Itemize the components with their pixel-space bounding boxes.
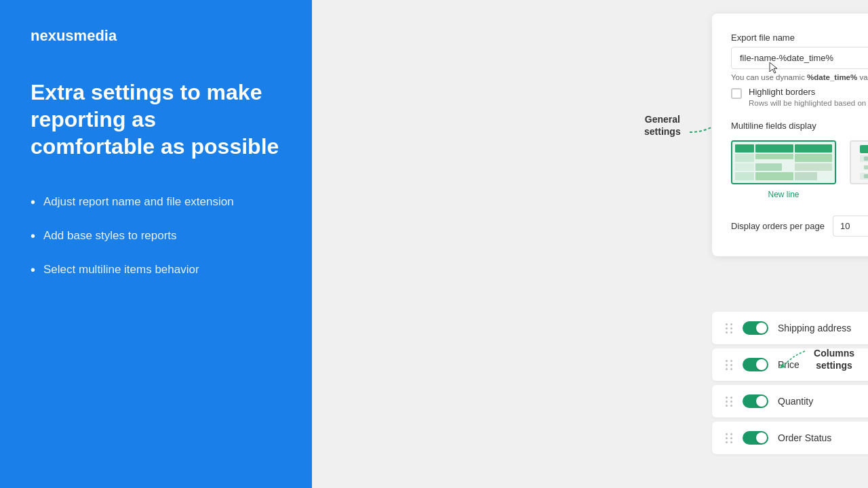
drag-handle-price[interactable]	[726, 360, 733, 370]
columns-settings-arrow	[774, 346, 808, 373]
general-settings-label: Generalsettings	[644, 113, 681, 138]
display-options: New line	[731, 140, 868, 199]
right-area: Generalsettings Export file name Insert …	[312, 0, 868, 488]
left-panel: nexusmedia Extra settings to make report…	[0, 0, 312, 488]
toggle-knob-quantity	[756, 396, 767, 407]
single-cell-svg	[859, 144, 869, 181]
drag-handle-quantity[interactable]	[726, 396, 733, 407]
svg-marker-10	[780, 363, 785, 369]
column-item-shipping: Shipping address ▾	[712, 312, 868, 344]
toggle-knob-shipping	[756, 323, 767, 333]
export-section-row: Export file name Insert %date_time% You …	[731, 33, 868, 81]
per-page-label: Display orders per page	[731, 221, 825, 231]
logo-normal: nexus	[31, 27, 74, 44]
highlight-borders-checkbox[interactable]	[731, 88, 742, 99]
multiline-title: Multiline fields display	[731, 121, 868, 131]
toggle-order-status[interactable]	[743, 431, 768, 445]
drag-handle-shipping[interactable]	[726, 323, 733, 333]
single-cell-preview	[850, 140, 868, 184]
svg-rect-6	[864, 165, 869, 169]
toggle-price[interactable]	[743, 358, 768, 371]
per-page-section: Display orders per page ▲ ▼	[731, 214, 868, 237]
per-page-stepper: ▲ ▼	[833, 214, 868, 237]
logo-bold: media	[74, 27, 117, 44]
new-line-label: New line	[768, 190, 799, 199]
highlight-borders-content: Highlight borders Rows will be highlight…	[749, 87, 868, 107]
export-name-hint: You can use dynamic %date_time% variable…	[731, 73, 868, 81]
export-name-input[interactable]	[731, 47, 868, 69]
toggle-knob-price	[756, 359, 767, 370]
toggle-quantity[interactable]	[743, 394, 768, 408]
display-option-new-line[interactable]: New line	[731, 140, 836, 199]
bullet-item-2: Add base styles to reports	[31, 228, 281, 245]
column-item-quantity: Quantity ▾	[712, 385, 868, 418]
logo: nexusmedia	[31, 27, 281, 45]
display-option-single-cell[interactable]: Single cell	[850, 140, 868, 199]
bullet-list: Adjust report name and file extension Ad…	[31, 194, 281, 279]
column-item-order-status: Order Status ▾	[712, 422, 868, 454]
settings-card: Export file name Insert %date_time% You …	[712, 14, 868, 256]
toggle-knob-order-status	[756, 432, 767, 443]
export-name-label-row: Export file name Insert %date_time%	[731, 33, 868, 43]
export-name-col: Export file name Insert %date_time% You …	[731, 33, 868, 81]
columns-settings-annotation: Columnssettings	[774, 346, 854, 373]
svg-rect-1	[860, 145, 869, 153]
svg-rect-9	[864, 174, 869, 178]
multiline-section: Multiline fields display	[731, 121, 868, 199]
column-name-shipping: Shipping address	[778, 323, 868, 333]
per-page-input[interactable]	[833, 216, 868, 237]
toggle-shipping[interactable]	[743, 321, 768, 335]
highlight-borders-label: Highlight borders	[749, 87, 868, 97]
headline: Extra settings to make reporting as comf…	[31, 79, 281, 160]
bullet-item-3: Select multiline items behavior	[31, 262, 281, 279]
column-name-quantity: Quantity	[778, 396, 868, 407]
new-line-preview	[731, 140, 836, 184]
highlight-borders-hint: Rows will be highlighted based on the fu…	[749, 99, 868, 107]
export-name-label: Export file name	[731, 33, 795, 43]
svg-rect-3	[864, 157, 869, 161]
column-name-order-status: Order Status	[778, 432, 868, 443]
columns-settings-label: Columnssettings	[814, 347, 854, 371]
drag-handle-order-status[interactable]	[726, 433, 733, 443]
highlight-borders-row: Highlight borders Rows will be highlight…	[731, 87, 868, 107]
columns-area: Shipping address ▾ Price ▾	[712, 312, 868, 458]
bullet-item-1: Adjust report name and file extension	[31, 194, 281, 211]
